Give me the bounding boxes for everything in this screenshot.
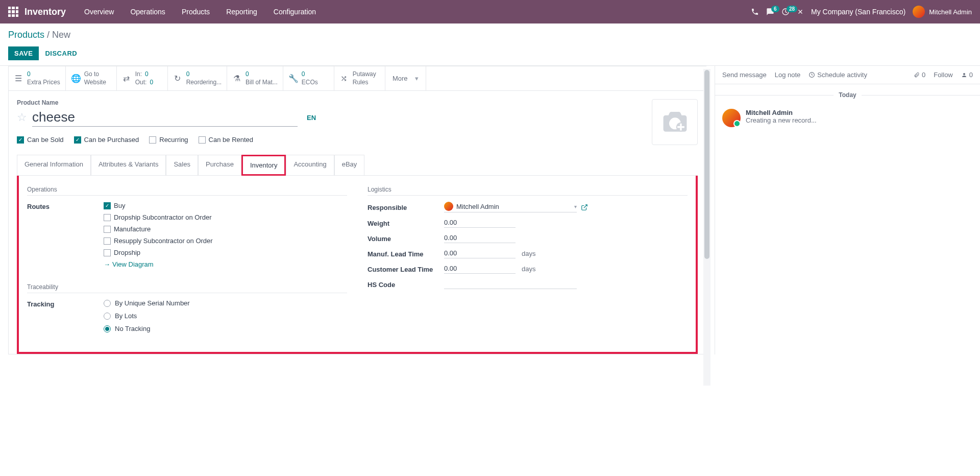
app-brand[interactable]: Inventory [24,7,66,17]
option-can-be-rented[interactable]: Can be Rented [199,136,253,144]
log-note-button[interactable]: Log note [775,71,801,79]
section-operations-title: Operations [27,186,347,196]
chevron-down-icon[interactable]: ▾ [574,204,577,209]
activities-icon[interactable]: 28 [781,8,790,16]
stat-more-button[interactable]: More▾ [385,66,426,90]
tab-general-information[interactable]: General Information [17,155,91,176]
refresh-icon: ↻ [173,74,182,83]
phone-icon[interactable] [751,8,759,16]
favorite-star-icon[interactable]: ☆ [17,111,27,124]
user-menu[interactable]: Mitchell Admin [913,6,972,18]
schedule-activity-button[interactable]: Schedule activity [808,71,867,79]
tab-inventory[interactable]: Inventory [241,155,286,176]
volume-label: Volume [368,234,444,243]
stat-ecos[interactable]: 🔧 0ECOs [283,66,334,90]
form-sheet: Product Name ☆ EN ✓Can be Sold ✓Can be P… [8,91,706,354]
customer-lead-time-input[interactable] [444,264,516,274]
tracking-by-lots[interactable]: By Lots [104,312,347,320]
close-debug-icon[interactable] [797,8,804,15]
tracking-none[interactable]: No Tracking [104,325,347,332]
tab-inventory-content: Operations Routes ✓Buy Dropship Subcontr… [17,176,698,354]
followers-button[interactable]: 0 [961,71,973,79]
arrow-right-icon: → [104,260,110,268]
menu-overview[interactable]: Overview [76,0,122,23]
volume-input[interactable] [444,233,516,243]
route-manufacture[interactable]: Manufacture [104,225,347,233]
messages-icon[interactable]: 6 [766,8,774,16]
wrench-icon: 🔧 [288,74,298,83]
tab-purchase[interactable]: Purchase [198,155,241,176]
checkbox-icon [199,136,206,144]
stat-reordering[interactable]: ↻ 0Reordering... [168,66,227,90]
stat-extra-prices[interactable]: ☰ 0Extra Prices [9,66,66,90]
option-recurring[interactable]: Recurring [149,136,188,144]
stat-transfers[interactable]: ⇄ In:0 Out:0 [117,66,168,90]
avatar [444,202,453,211]
breadcrumb-products[interactable]: Products [8,30,44,40]
activities-badge: 28 [787,6,797,12]
message-body: Creating a new record... [746,116,817,124]
company-selector[interactable]: My Company (San Francisco) [811,8,905,16]
customer-lead-time-unit: days [522,265,535,273]
send-message-button[interactable]: Send message [722,71,767,79]
tab-attributes-variants[interactable]: Attributes & Variants [91,155,166,176]
stat-bom[interactable]: ⚗ 0Bill of Mat... [227,66,283,90]
option-can-be-purchased[interactable]: ✓Can be Purchased [74,136,139,144]
tab-accounting[interactable]: Accounting [286,155,334,176]
menu-configuration[interactable]: Configuration [265,0,324,23]
main-area: ☰ 0Extra Prices 🌐 Go toWebsite ⇄ In:0 Ou… [0,65,980,354]
avatar [722,109,741,127]
apps-menu-icon[interactable] [8,7,18,17]
stat-putaway[interactable]: ⤭ PutawayRules [334,66,385,90]
attachments-button[interactable]: 0 [914,71,925,79]
weight-label: Weight [368,219,444,227]
route-dropship[interactable]: Dropship [104,249,347,256]
product-name-input[interactable] [32,108,298,127]
tracking-by-serial[interactable]: By Unique Serial Number [104,299,347,307]
tracking-label: Tracking [27,299,104,308]
checkbox-icon [104,237,111,245]
list-icon: ☰ [14,74,23,83]
hs-code-input[interactable] [444,279,577,289]
product-image-upload[interactable] [652,99,698,145]
responsible-field[interactable]: Mitchell Admin ▾ [444,202,577,212]
chatter: Send message Log note Schedule activity … [715,66,980,354]
save-button[interactable]: SAVE [8,46,39,60]
customer-lead-time-label: Customer Lead Time [368,265,444,273]
form-view: ☰ 0Extra Prices 🌐 Go toWebsite ⇄ In:0 Ou… [0,66,715,354]
stat-goto-website[interactable]: 🌐 Go toWebsite [66,66,117,90]
checkbox-icon [149,136,156,144]
route-dropship-subcontractor[interactable]: Dropship Subcontractor on Order [104,213,347,221]
message-item: Mitchell Admin Creating a new record... [715,106,980,130]
user-name: Mitchell Admin [929,8,972,16]
weight-input[interactable] [444,218,516,228]
responsible-value: Mitchell Admin [456,203,499,210]
form-tabs: General Information Attributes & Variant… [17,154,698,176]
tab-ebay[interactable]: eBay [334,155,365,176]
option-can-be-sold[interactable]: ✓Can be Sold [17,136,64,144]
menu-products[interactable]: Products [174,0,218,23]
chatter-topbar: Send message Log note Schedule activity … [715,66,980,84]
section-logistics-title: Logistics [368,186,688,196]
menu-operations[interactable]: Operations [122,0,173,23]
discard-button[interactable]: DISCARD [45,50,77,57]
main-menu: Overview Operations Products Reporting C… [76,0,324,23]
external-link-icon[interactable] [581,204,588,211]
follow-button[interactable]: Follow [934,71,953,79]
globe-icon: 🌐 [71,74,80,83]
manuf-lead-time-input[interactable] [444,248,516,258]
breadcrumb-current: New [52,30,70,40]
radio-icon [104,300,111,307]
message-author: Mitchell Admin [746,109,817,116]
lang-button[interactable]: EN [307,114,316,122]
transfer-icon: ⇄ [122,74,131,83]
messages-badge: 6 [771,6,779,12]
view-diagram-link[interactable]: →View Diagram [104,260,347,268]
menu-reporting[interactable]: Reporting [218,0,265,23]
avatar [913,6,925,18]
route-resupply-subcontractor[interactable]: Resupply Subcontractor on Order [104,237,347,245]
tab-sales[interactable]: Sales [166,155,198,176]
scrollbar[interactable] [703,69,710,354]
breadcrumb: Products / New [8,30,972,40]
route-buy[interactable]: ✓Buy [104,202,347,209]
